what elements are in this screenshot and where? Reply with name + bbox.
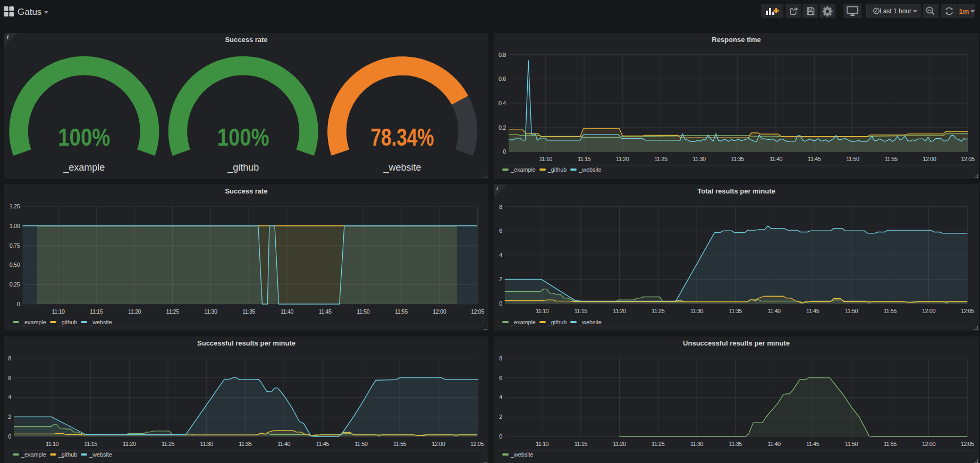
svg-text:11:55: 11:55 xyxy=(884,441,897,447)
svg-text:2: 2 xyxy=(8,414,11,420)
svg-text:11:25: 11:25 xyxy=(654,156,668,162)
svg-text:11:25: 11:25 xyxy=(162,441,175,447)
svg-text:0.2: 0.2 xyxy=(499,124,506,131)
svg-text:0: 0 xyxy=(499,433,502,440)
svg-text:11:35: 11:35 xyxy=(729,308,742,314)
svg-text:0: 0 xyxy=(8,433,11,440)
svg-text:11:45: 11:45 xyxy=(316,441,330,447)
svg-text:0.6: 0.6 xyxy=(499,75,506,82)
svg-text:0.75: 0.75 xyxy=(10,242,20,249)
svg-text:11:15: 11:15 xyxy=(85,441,98,447)
svg-text:11:50: 11:50 xyxy=(845,308,858,314)
svg-text:8: 8 xyxy=(499,355,502,361)
svg-text:100%: 100% xyxy=(217,123,269,151)
svg-text:11:40: 11:40 xyxy=(281,308,294,315)
svg-text:11:40: 11:40 xyxy=(770,156,783,162)
svg-text:11:55: 11:55 xyxy=(884,308,897,314)
svg-text:8: 8 xyxy=(8,355,11,361)
svg-text:11:40: 11:40 xyxy=(767,441,781,447)
svg-text:12:00: 12:00 xyxy=(923,156,936,162)
svg-text:11:35: 11:35 xyxy=(242,308,256,315)
svg-text:6: 6 xyxy=(8,375,11,381)
svg-text:11:55: 11:55 xyxy=(393,441,407,447)
svg-text:4: 4 xyxy=(499,394,502,400)
svg-text:11:20: 11:20 xyxy=(613,308,626,314)
svg-text:11:35: 11:35 xyxy=(731,156,745,162)
svg-text:11:10: 11:10 xyxy=(46,441,59,447)
svg-text:11:25: 11:25 xyxy=(652,441,665,447)
svg-text:11:30: 11:30 xyxy=(690,308,704,314)
svg-text:11:15: 11:15 xyxy=(90,308,103,315)
svg-text:4: 4 xyxy=(8,394,11,400)
svg-text:11:25: 11:25 xyxy=(652,308,665,314)
svg-text:11:50: 11:50 xyxy=(357,308,370,315)
svg-text:_website: _website xyxy=(383,162,421,173)
svg-text:11:10: 11:10 xyxy=(52,308,65,315)
svg-text:78.34%: 78.34% xyxy=(371,123,434,151)
svg-text:12:00: 12:00 xyxy=(922,441,935,447)
svg-text:12:00: 12:00 xyxy=(922,308,935,314)
svg-text:0: 0 xyxy=(499,300,502,307)
svg-text:11:45: 11:45 xyxy=(318,308,332,315)
svg-text:11:45: 11:45 xyxy=(806,308,820,314)
svg-text:11:20: 11:20 xyxy=(128,308,141,315)
svg-text:11:55: 11:55 xyxy=(884,156,898,162)
svg-text:_github: _github xyxy=(227,162,259,173)
svg-text:0.25: 0.25 xyxy=(10,281,20,288)
svg-text:11:50: 11:50 xyxy=(845,441,858,447)
svg-text:0: 0 xyxy=(503,148,506,155)
svg-text:11:45: 11:45 xyxy=(806,441,820,447)
svg-text:11:45: 11:45 xyxy=(808,156,821,162)
svg-text:11:25: 11:25 xyxy=(166,308,180,315)
svg-text:0.4: 0.4 xyxy=(499,100,506,106)
svg-text:0.8: 0.8 xyxy=(499,52,506,58)
svg-text:11:10: 11:10 xyxy=(539,156,553,162)
svg-text:11:50: 11:50 xyxy=(846,156,859,162)
svg-text:6: 6 xyxy=(499,228,502,234)
svg-text:2: 2 xyxy=(499,276,502,282)
svg-text:12:00: 12:00 xyxy=(433,308,446,315)
svg-text:11:40: 11:40 xyxy=(767,308,781,314)
svg-text:11:40: 11:40 xyxy=(277,441,291,447)
svg-text:11:20: 11:20 xyxy=(613,441,626,447)
svg-text:12:05: 12:05 xyxy=(961,156,974,162)
svg-text:11:30: 11:30 xyxy=(200,441,214,447)
svg-text:1.00: 1.00 xyxy=(10,223,20,229)
svg-text:11:35: 11:35 xyxy=(729,441,742,447)
svg-text:11:30: 11:30 xyxy=(690,441,704,447)
svg-text:12:00: 12:00 xyxy=(432,441,445,447)
svg-text:11:30: 11:30 xyxy=(204,308,217,315)
svg-text:11:55: 11:55 xyxy=(395,308,408,315)
svg-text:11:15: 11:15 xyxy=(575,441,588,447)
svg-text:11:15: 11:15 xyxy=(575,308,588,314)
svg-text:11:10: 11:10 xyxy=(536,308,549,314)
svg-text:11:10: 11:10 xyxy=(536,441,549,447)
svg-text:6: 6 xyxy=(499,375,502,381)
svg-text:_example: _example xyxy=(63,162,105,173)
svg-text:8: 8 xyxy=(499,204,502,210)
svg-text:11:15: 11:15 xyxy=(578,156,591,162)
svg-text:11:50: 11:50 xyxy=(354,441,368,447)
svg-text:0.50: 0.50 xyxy=(10,262,20,268)
svg-text:11:35: 11:35 xyxy=(239,441,252,447)
svg-text:4: 4 xyxy=(499,252,502,258)
svg-text:2: 2 xyxy=(499,414,502,420)
svg-text:11:30: 11:30 xyxy=(692,156,706,162)
svg-text:1.25: 1.25 xyxy=(10,203,20,209)
svg-text:11:20: 11:20 xyxy=(123,441,136,447)
svg-text:100%: 100% xyxy=(58,123,110,151)
svg-text:12:05: 12:05 xyxy=(471,308,484,315)
svg-text:12:05: 12:05 xyxy=(961,441,974,447)
svg-text:12:05: 12:05 xyxy=(961,308,974,314)
svg-text:0: 0 xyxy=(17,301,20,307)
svg-text:11:20: 11:20 xyxy=(616,156,629,162)
svg-text:12:05: 12:05 xyxy=(470,441,484,447)
